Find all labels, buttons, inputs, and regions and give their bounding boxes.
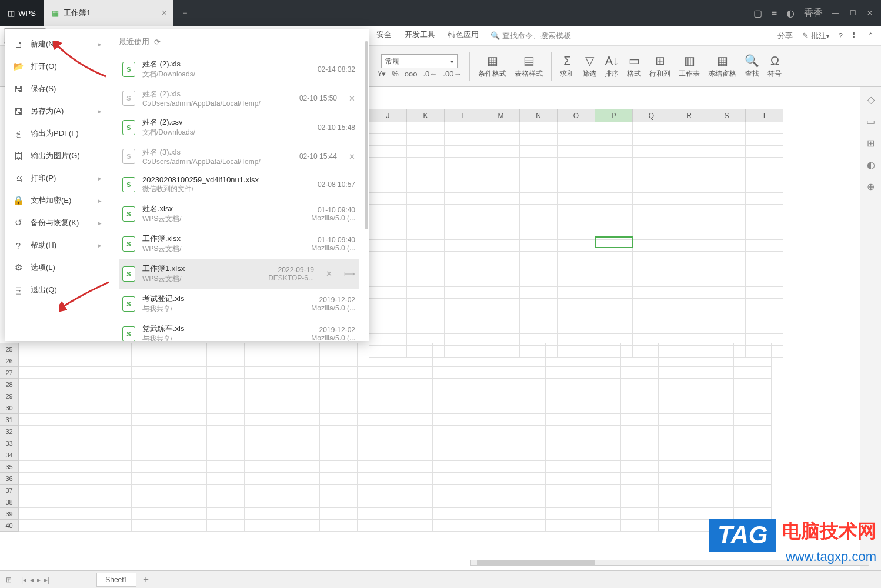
cell[interactable] [633, 146, 670, 158]
cell[interactable] [470, 449, 508, 461]
cell[interactable] [470, 520, 508, 532]
cell[interactable] [433, 508, 470, 520]
cell[interactable] [633, 181, 670, 193]
file-menu-item-9[interactable]: ?帮助(H)▸ [5, 234, 108, 256]
cell[interactable] [94, 343, 132, 355]
cell[interactable] [670, 310, 708, 322]
cell[interactable] [482, 193, 520, 205]
cell[interactable] [558, 240, 595, 252]
cell[interactable] [621, 485, 659, 496]
cell[interactable] [358, 355, 395, 367]
cell[interactable] [369, 322, 407, 334]
cell[interactable] [621, 390, 659, 402]
cell[interactable] [595, 252, 633, 263]
cell[interactable] [56, 379, 94, 390]
cell[interactable] [207, 367, 245, 379]
cell[interactable] [19, 426, 56, 437]
cell[interactable] [369, 181, 407, 193]
cell[interactable] [595, 205, 633, 216]
cell[interactable] [407, 228, 445, 240]
cell[interactable] [407, 181, 445, 193]
cell[interactable] [407, 193, 445, 205]
cell[interactable] [407, 146, 445, 158]
cell[interactable] [508, 520, 546, 532]
cell[interactable] [734, 496, 772, 508]
cell[interactable] [659, 437, 696, 449]
sidepanel-icon[interactable]: ◇ [867, 94, 875, 105]
cell[interactable] [633, 158, 670, 169]
scrollbar[interactable] [365, 41, 368, 229]
cell[interactable] [19, 390, 56, 402]
cell[interactable] [445, 263, 482, 275]
row-header[interactable]: 39 [0, 508, 19, 520]
cell[interactable] [470, 414, 508, 426]
cell[interactable] [696, 437, 734, 449]
cell[interactable] [56, 496, 94, 508]
remove-recent-icon[interactable]: ✕ [326, 269, 332, 278]
cell[interactable] [395, 520, 433, 532]
remove-recent-icon[interactable]: ✕ [349, 94, 355, 103]
cell[interactable] [508, 473, 546, 485]
cell[interactable] [407, 275, 445, 287]
cell[interactable] [56, 461, 94, 473]
sheet-nav-last-icon[interactable]: ▸| [44, 576, 49, 584]
cell[interactable] [94, 496, 132, 508]
cell[interactable] [56, 343, 94, 355]
cell[interactable] [659, 390, 696, 402]
cell[interactable] [320, 343, 358, 355]
cell[interactable] [169, 437, 207, 449]
cell[interactable] [482, 181, 520, 193]
cell[interactable] [508, 449, 546, 461]
cell[interactable] [320, 485, 358, 496]
cell[interactable] [56, 473, 94, 485]
cell[interactable] [395, 485, 433, 496]
cell[interactable] [320, 402, 358, 414]
cell[interactable] [670, 275, 708, 287]
cell[interactable] [696, 414, 734, 426]
cell[interactable] [395, 379, 433, 390]
cell[interactable] [520, 134, 558, 146]
more-icon[interactable]: ⠇ [852, 31, 858, 40]
cell[interactable] [696, 379, 734, 390]
cell[interactable] [369, 169, 407, 181]
cell[interactable] [445, 287, 482, 299]
file-menu-item-8[interactable]: ↺备份与恢复(K)▸ [5, 212, 108, 234]
cell[interactable] [282, 343, 320, 355]
cell[interactable] [482, 134, 520, 146]
cell[interactable] [407, 169, 445, 181]
cell[interactable] [320, 496, 358, 508]
cell[interactable] [407, 122, 445, 134]
cell[interactable] [320, 449, 358, 461]
cell[interactable] [659, 449, 696, 461]
cell[interactable] [659, 426, 696, 437]
cell[interactable] [546, 426, 583, 437]
cell[interactable] [245, 508, 282, 520]
cell[interactable] [207, 355, 245, 367]
cell[interactable] [546, 343, 583, 355]
cell[interactable] [696, 449, 734, 461]
cell[interactable] [508, 437, 546, 449]
cell[interactable] [19, 367, 56, 379]
cell[interactable] [445, 228, 482, 240]
cell[interactable] [696, 343, 734, 355]
cell[interactable] [558, 216, 595, 228]
cell[interactable] [56, 402, 94, 414]
cell[interactable] [558, 299, 595, 310]
cell[interactable] [734, 485, 772, 496]
cell[interactable] [595, 146, 633, 158]
cell[interactable] [520, 299, 558, 310]
cell[interactable] [245, 414, 282, 426]
cell[interactable] [433, 402, 470, 414]
cell[interactable] [696, 390, 734, 402]
cell[interactable] [520, 169, 558, 181]
cell[interactable] [482, 322, 520, 334]
file-menu-item-5[interactable]: 🖼输出为图片(G) [5, 145, 108, 167]
cell[interactable] [245, 343, 282, 355]
cell[interactable] [595, 134, 633, 146]
cell[interactable] [708, 158, 746, 169]
cell[interactable] [670, 228, 708, 240]
cell[interactable] [558, 252, 595, 263]
cell[interactable] [395, 402, 433, 414]
cell[interactable] [320, 414, 358, 426]
cell[interactable] [132, 414, 169, 426]
